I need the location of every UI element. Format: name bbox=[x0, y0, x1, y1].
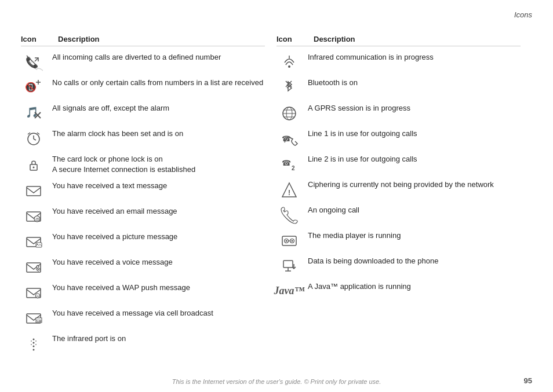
alarm-clock-icon bbox=[21, 129, 46, 148]
infrared-port-icon bbox=[21, 334, 46, 353]
list-item: Data is being downloaded to the phone bbox=[276, 256, 521, 276]
svg-rect-52 bbox=[283, 261, 293, 268]
java-app-icon: Java™ bbox=[276, 281, 302, 297]
alarm-clock-desc: The alarm clock has been set and is on bbox=[52, 129, 265, 139]
card-lock-desc: The card lock or phone lock is onA secur… bbox=[52, 154, 265, 175]
svg-rect-9 bbox=[27, 186, 41, 196]
svg-point-8 bbox=[33, 167, 35, 168]
bluetooth-icon bbox=[276, 78, 302, 97]
svg-text:☎: ☎ bbox=[282, 159, 291, 167]
list-item: W You have received a WAP push message bbox=[21, 283, 265, 302]
svg-point-27 bbox=[33, 342, 35, 344]
list-item: 📞 All incoming calls are diverted to a d… bbox=[21, 52, 265, 72]
page-number: 95 bbox=[524, 376, 532, 385]
cell-broadcast-icon: CB bbox=[21, 308, 46, 328]
svg-text:2: 2 bbox=[292, 165, 295, 171]
signals-off-icon: 🎵 bbox=[21, 103, 46, 123]
svg-point-33 bbox=[35, 344, 37, 345]
list-item: Java™ A Java™ application is running bbox=[276, 281, 521, 297]
right-column: Icon Description Infrared communication … bbox=[276, 35, 532, 363]
list-item: The infrared port is on bbox=[21, 334, 265, 353]
list-item: 📵 No calls or only certain calls from nu… bbox=[21, 78, 265, 97]
list-item: An ongoing call bbox=[276, 205, 521, 225]
svg-point-26 bbox=[33, 339, 35, 340]
list-item: Bluetooth is on bbox=[276, 78, 521, 97]
svg-point-34 bbox=[288, 65, 290, 68]
line2-icon: ☎ 2 bbox=[276, 154, 302, 174]
email-message-desc: You have received an email message bbox=[52, 206, 265, 217]
right-column-header: Icon Description bbox=[276, 35, 521, 46]
svg-text:📵: 📵 bbox=[25, 82, 37, 93]
signals-off-desc: All signals are off, except the alarm bbox=[52, 103, 265, 113]
gprs-desc: A GPRS session is in progress bbox=[308, 103, 521, 113]
list-item: ☎ 2 Line 2 is in use for outgoing calls bbox=[276, 154, 521, 174]
list-item: You have received a text message bbox=[21, 181, 265, 200]
list-item: Infrared communication is in progress bbox=[276, 52, 521, 72]
content-area: Icon Description 📞 All incoming calls ar… bbox=[21, 35, 532, 363]
no-calls-desc: No calls or only certain calls from numb… bbox=[52, 78, 265, 88]
svg-point-15 bbox=[37, 244, 38, 245]
bluetooth-desc: Bluetooth is on bbox=[308, 78, 521, 88]
media-player-desc: The media player is running bbox=[308, 230, 521, 241]
picture-message-desc: You have received a picture message bbox=[52, 232, 265, 242]
line2-desc: Line 2 is in use for outgoing calls bbox=[308, 154, 521, 164]
text-message-icon bbox=[21, 181, 46, 200]
list-item: CB You have received a message via cell … bbox=[21, 308, 265, 328]
downloading-desc: Data is being downloaded to the phone bbox=[308, 256, 521, 266]
page-title: Icons bbox=[514, 10, 532, 19]
diverted-calls-desc: All incoming calls are diverted to a def… bbox=[52, 52, 265, 63]
svg-text:!: ! bbox=[288, 189, 290, 197]
svg-point-31 bbox=[35, 340, 37, 342]
cell-broadcast-desc: You have received a message via cell bro… bbox=[52, 308, 265, 318]
picture-message-icon bbox=[21, 232, 46, 251]
footer-text: This is the Internet version of the user… bbox=[0, 378, 553, 385]
list-item: ! Ciphering is currently not being provi… bbox=[276, 179, 521, 199]
card-lock-icon bbox=[21, 154, 46, 174]
voice-message-desc: You have received a voice message bbox=[52, 257, 265, 268]
svg-point-51 bbox=[292, 240, 293, 242]
right-icon-header: Icon bbox=[276, 35, 302, 43]
list-item: A GPRS session is in progress bbox=[276, 103, 521, 123]
svg-point-19 bbox=[39, 269, 41, 270]
svg-point-29 bbox=[33, 349, 35, 351]
right-desc-header: Description bbox=[314, 35, 355, 43]
line1-icon: ☎ bbox=[276, 129, 302, 148]
left-icon-header: Icon bbox=[21, 35, 46, 43]
java-text: Java™ bbox=[274, 283, 305, 297]
gprs-icon bbox=[276, 103, 302, 123]
no-calls-icon: 📵 bbox=[21, 78, 46, 97]
list-item: The alarm clock has been set and is on bbox=[21, 129, 265, 148]
list-item: @ You have received an email message bbox=[21, 206, 265, 226]
svg-point-30 bbox=[31, 340, 32, 342]
downloading-icon bbox=[276, 256, 302, 276]
java-app-desc: A Java™ application is running bbox=[308, 281, 521, 292]
list-item: 🎵 All signals are off, except the alarm bbox=[21, 103, 265, 123]
svg-point-50 bbox=[286, 240, 288, 242]
infrared-comm-desc: Infrared communication is in progress bbox=[308, 52, 521, 63]
ongoing-call-desc: An ongoing call bbox=[308, 205, 521, 215]
ciphering-desc: Ciphering is currently not being provide… bbox=[308, 179, 521, 190]
diverted-calls-icon: 📞 bbox=[21, 52, 46, 72]
media-player-icon bbox=[276, 230, 302, 250]
text-message-desc: You have received a text message bbox=[52, 181, 265, 191]
svg-point-28 bbox=[33, 346, 35, 347]
infrared-port-desc: The infrared port is on bbox=[52, 334, 265, 344]
voice-message-icon bbox=[21, 257, 46, 277]
line1-desc: Line 1 is in use for outgoing calls bbox=[308, 129, 521, 139]
svg-point-32 bbox=[31, 344, 32, 345]
wap-message-icon: W bbox=[21, 283, 46, 302]
infrared-comm-icon bbox=[276, 52, 302, 72]
svg-text:@: @ bbox=[35, 217, 39, 221]
ciphering-icon: ! bbox=[276, 179, 302, 199]
list-item: You have received a picture message bbox=[21, 232, 265, 251]
svg-text:CB: CB bbox=[37, 319, 42, 323]
email-message-icon: @ bbox=[21, 206, 46, 226]
left-desc-header: Description bbox=[58, 35, 100, 43]
ongoing-call-icon bbox=[276, 205, 302, 225]
wap-message-desc: You have received a WAP push message bbox=[52, 283, 265, 293]
list-item: You have received a voice message bbox=[21, 257, 265, 277]
svg-text:☎: ☎ bbox=[282, 134, 291, 143]
list-item: The media player is running bbox=[276, 230, 521, 250]
left-column: Icon Description 📞 All incoming calls ar… bbox=[21, 35, 276, 363]
list-item: The card lock or phone lock is onA secur… bbox=[21, 154, 265, 175]
